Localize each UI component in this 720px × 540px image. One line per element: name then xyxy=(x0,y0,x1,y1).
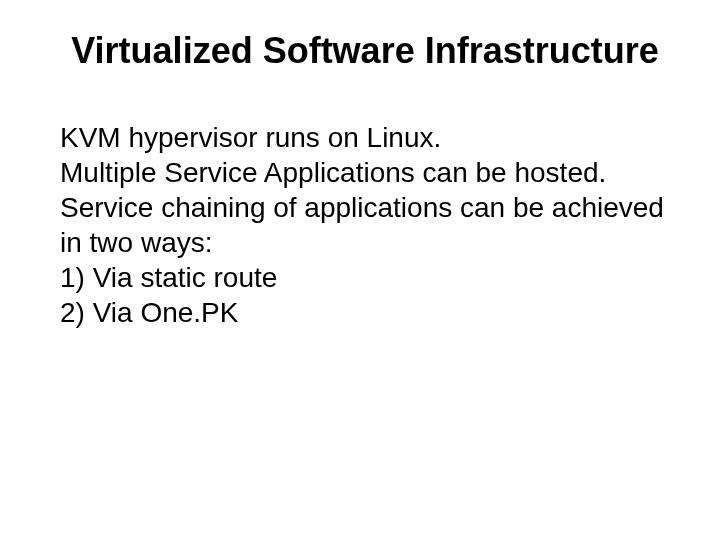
body-line-1: KVM hypervisor runs on Linux. xyxy=(60,120,670,155)
body-line-2: Multiple Service Applications can be hos… xyxy=(60,155,670,190)
body-line-5: 2) Via One.PK xyxy=(60,295,670,330)
body-line-3: Service chaining of applications can be … xyxy=(60,190,670,260)
body-line-4: 1) Via static route xyxy=(60,260,670,295)
slide-title: Virtualized Software Infrastructure xyxy=(60,30,670,72)
slide-body: KVM hypervisor runs on Linux. Multiple S… xyxy=(60,120,670,330)
